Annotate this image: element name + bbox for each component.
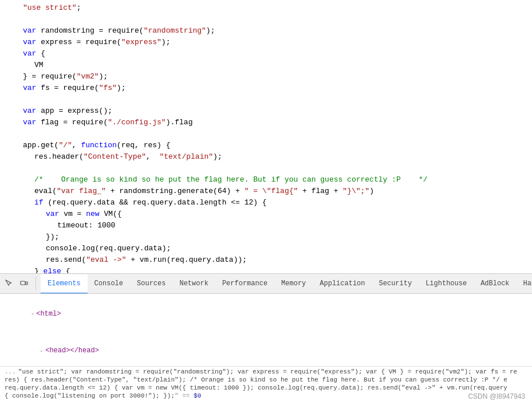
tabs: Elements Console Sources Network Perform… bbox=[41, 274, 532, 293]
tab-network[interactable]: Network bbox=[172, 274, 215, 294]
code-line bbox=[0, 128, 532, 140]
svg-rect-0 bbox=[21, 281, 25, 285]
console-text: { console.log("listening on port 3000!")… bbox=[5, 392, 175, 399]
code-line: app.get("/", function(req, res) { bbox=[0, 140, 532, 151]
devtools-panel: Elements Console Sources Network Perform… bbox=[0, 273, 532, 405]
code-line: var app = express(); bbox=[0, 105, 532, 117]
console-line: { console.log("listening on port 3000!")… bbox=[5, 392, 527, 400]
code-line: var vm = new VM({ bbox=[0, 209, 532, 220]
tab-icons bbox=[2, 277, 36, 290]
code-line: }); bbox=[0, 231, 532, 243]
code-area: "use strict"; var randomstring = require… bbox=[0, 0, 532, 273]
code-line: var { bbox=[0, 48, 532, 60]
device-toolbar-icon[interactable] bbox=[17, 277, 31, 290]
code-line: res.send("eval ->" + vm.run(req.query.da… bbox=[0, 254, 532, 266]
dom-line-head[interactable]: <head></head> bbox=[0, 332, 532, 366]
code-line: var randomstring = require("randomstring… bbox=[0, 25, 532, 37]
code-line: var fs = require("fs"); bbox=[0, 82, 532, 94]
code-line: } else { bbox=[0, 266, 532, 273]
console-line: req.query.data.length <= 12) { var vm = … bbox=[5, 384, 527, 392]
tab-security[interactable]: Security bbox=[372, 274, 419, 294]
code-line: eval("var flag_" + randomstring.generate… bbox=[0, 186, 532, 197]
console-text: res) { res.header("Content-Type", "text/… bbox=[5, 376, 507, 383]
tab-memory[interactable]: Memory bbox=[274, 274, 313, 294]
code-line: var flag = require("./config.js").flag bbox=[0, 117, 532, 128]
console-output: ..."use strict"; var randomstring = requ… bbox=[0, 366, 532, 405]
code-line: var express = require("express"); bbox=[0, 37, 532, 48]
code-line: if (req.query.data && req.query.data.len… bbox=[0, 197, 532, 209]
inspect-element-icon[interactable] bbox=[2, 277, 16, 290]
code-line: VM bbox=[0, 60, 532, 71]
dom-line-html[interactable]: <html> bbox=[0, 296, 532, 332]
tab-application[interactable]: Application bbox=[313, 274, 372, 294]
dots: ... bbox=[5, 368, 16, 375]
console-line: res) { res.header("Content-Type", "text/… bbox=[5, 376, 527, 384]
tab-hackbar[interactable]: HackBar bbox=[517, 274, 532, 294]
code-line bbox=[0, 94, 532, 105]
expand-icon[interactable] bbox=[29, 308, 36, 320]
tab-bar: Elements Console Sources Network Perform… bbox=[0, 274, 532, 294]
code-line bbox=[0, 14, 532, 25]
tab-console[interactable]: Console bbox=[88, 274, 130, 294]
code-line: console.log(req.query.data); bbox=[0, 243, 532, 254]
code-line bbox=[0, 163, 532, 174]
code-line: "use strict"; bbox=[0, 2, 532, 14]
code-line: } = require("vm2"); bbox=[0, 71, 532, 82]
svg-rect-1 bbox=[26, 282, 27, 285]
console-text: req.query.data.length <= 12) { var vm = … bbox=[5, 384, 507, 391]
code-line: /* Orange is so kind so he put the flag … bbox=[0, 174, 532, 186]
tab-adblock[interactable]: AdBlock bbox=[474, 274, 516, 294]
console-text: "use strict"; var randomstring = require… bbox=[18, 368, 517, 375]
tab-sources[interactable]: Sources bbox=[130, 274, 172, 294]
expand-icon[interactable] bbox=[38, 345, 45, 356]
watermark: CSDN @I8947943 bbox=[468, 392, 525, 400]
console-line: ..."use strict"; var randomstring = requ… bbox=[5, 368, 527, 376]
tab-lighthouse[interactable]: Lighthouse bbox=[419, 274, 474, 294]
dollar-sign: " == $0 bbox=[175, 392, 201, 399]
tab-performance[interactable]: Performance bbox=[215, 274, 274, 294]
dom-panel: <html> <head></head> <body class="vsc-in… bbox=[0, 294, 532, 366]
code-line: res.header("Content-Type", "text/plain")… bbox=[0, 151, 532, 163]
code-line: timeout: 1000 bbox=[0, 220, 532, 231]
tab-elements[interactable]: Elements bbox=[41, 274, 88, 294]
